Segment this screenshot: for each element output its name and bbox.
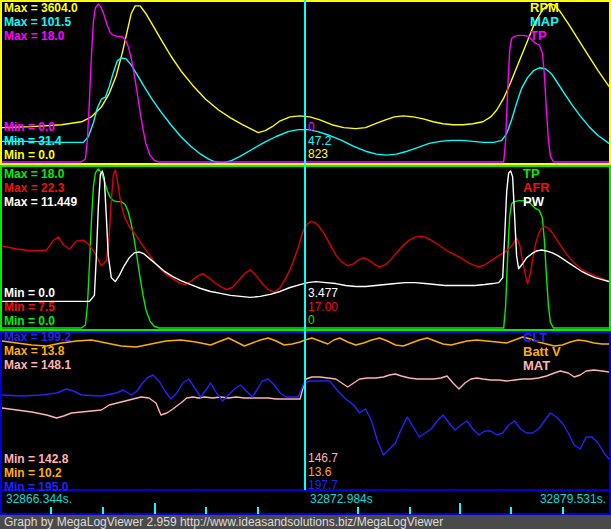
bottom-min-labels: Min = 142.8 Min = 10.2 Min = 195.0	[4, 452, 68, 494]
time-tick	[205, 507, 207, 514]
min-label: Min = 142.8	[4, 452, 68, 466]
time-tick	[459, 503, 461, 514]
max-label: Max = 199.2	[4, 330, 71, 344]
time-axis: 32866.344s. 32872.984s 32879.531s.	[2, 491, 609, 511]
time-tick	[510, 507, 512, 514]
cursor-value: 146.7	[308, 452, 338, 466]
top-max-labels: Max = 3604.0 Max = 101.5 Max = 18.0	[4, 1, 78, 43]
status-bar-text: Graph by MegaLogViewer 2.959 http://www.…	[0, 515, 611, 529]
cursor-value: 13.6	[308, 466, 338, 480]
max-label: Max = 11.449	[4, 195, 77, 209]
min-label: Min = 0.0	[4, 286, 55, 300]
min-label: Min = 195.0	[4, 480, 68, 494]
min-label: Min = 31.4	[4, 134, 62, 148]
time-label-cursor: 32872.984s	[310, 492, 373, 506]
max-label: Max = 18.0	[4, 29, 78, 43]
time-tick	[154, 503, 156, 514]
time-tick	[357, 507, 359, 514]
min-label: Min = 7.5	[4, 300, 55, 314]
top-cursor-values: 0 47.2 823	[308, 121, 331, 162]
graph-cursor-line[interactable]	[304, 0, 306, 490]
min-label: Min = 0.0	[4, 120, 62, 134]
max-label: Max = 22.3	[4, 181, 77, 195]
bottom-legend: CLT Batt V MAT	[523, 331, 561, 373]
legend-item-pw: PW	[523, 195, 550, 209]
cursor-value: 0	[308, 314, 338, 328]
cursor-value: 17.00	[308, 301, 338, 315]
max-label: Max = 148.1	[4, 358, 71, 372]
cursor-value: 47.2	[308, 135, 331, 149]
min-label: Min = 0.0	[4, 314, 55, 328]
bottom-cursor-values: 146.7 13.6 197.7	[308, 452, 338, 493]
max-label: Max = 101.5	[4, 15, 78, 29]
cursor-value: 0	[308, 121, 331, 135]
cursor-value: 197.7	[308, 479, 338, 493]
cursor-value: 823	[308, 148, 331, 162]
megalogviewer-graph-window: 32866.344s. 32872.984s 32879.531s. Max =…	[0, 0, 611, 529]
time-tick	[257, 507, 259, 514]
min-label: Min = 10.2	[4, 466, 68, 480]
time-label-start: 32866.344s.	[6, 492, 72, 506]
cursor-value: 3.477	[308, 287, 338, 301]
middle-min-labels: Min = 0.0 Min = 7.5 Min = 0.0	[4, 286, 55, 328]
time-tick	[409, 507, 411, 514]
legend-item-mat: MAT	[523, 359, 561, 373]
legend-item-map: MAP	[530, 15, 559, 29]
legend-item-clt: CLT	[523, 331, 561, 345]
legend-item-tp: TP	[530, 29, 559, 43]
middle-cursor-values: 3.477 17.00 0	[308, 287, 338, 328]
time-label-end: 32879.531s.	[540, 492, 606, 506]
middle-legend: TP AFR PW	[523, 167, 550, 209]
legend-item-battv: Batt V	[523, 345, 561, 359]
max-label: Max = 3604.0	[4, 1, 78, 15]
top-legend: RPM MAP TP	[530, 1, 559, 43]
top-min-labels: Min = 0.0 Min = 31.4 Min = 0.0	[4, 120, 62, 162]
max-label: Max = 13.8	[4, 344, 71, 358]
bottom-max-labels: Max = 199.2 Max = 13.8 Max = 148.1	[4, 330, 71, 372]
time-tick	[102, 507, 104, 514]
status-bar: Graph by MegaLogViewer 2.959 http://www.…	[0, 515, 611, 529]
max-label: Max = 18.0	[4, 167, 77, 181]
min-label: Min = 0.0	[4, 148, 62, 162]
legend-item-rpm: RPM	[530, 1, 559, 15]
time-tick	[50, 507, 52, 514]
legend-item-afr: AFR	[523, 181, 550, 195]
legend-item-tp: TP	[523, 167, 550, 181]
time-tick	[562, 507, 564, 514]
middle-max-labels: Max = 18.0 Max = 22.3 Max = 11.449	[4, 167, 77, 209]
